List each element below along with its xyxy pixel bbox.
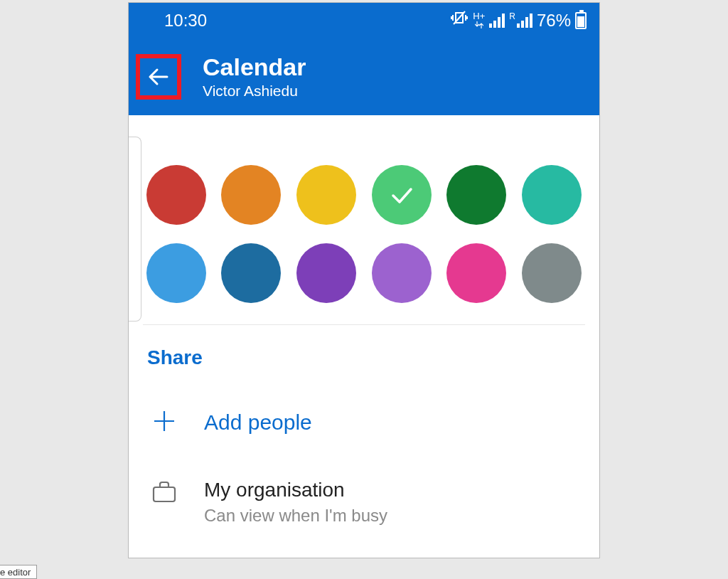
color-swatch-green[interactable] bbox=[446, 165, 506, 225]
my-organisation-row[interactable]: My organisation Can view when I'm busy bbox=[143, 479, 585, 526]
battery-percent: 76% bbox=[537, 11, 571, 31]
arrow-left-icon bbox=[144, 63, 173, 91]
color-swatch-light-green[interactable] bbox=[372, 165, 432, 225]
color-swatch-orange[interactable] bbox=[221, 165, 281, 225]
color-swatch-blue[interactable] bbox=[221, 243, 281, 303]
app-bar: Calendar Victor Ashiedu bbox=[129, 38, 599, 115]
signal-bars-2 bbox=[517, 14, 532, 28]
color-swatch-grey[interactable] bbox=[522, 243, 582, 303]
svg-rect-1 bbox=[154, 487, 175, 501]
data-indicator: H+ bbox=[473, 11, 485, 30]
color-swatch-teal[interactable] bbox=[522, 165, 582, 225]
color-swatch-red[interactable] bbox=[146, 165, 206, 225]
app-title-block: Calendar Victor Ashiedu bbox=[203, 54, 306, 99]
color-swatch-purple[interactable] bbox=[296, 243, 356, 303]
signal-bars-1 bbox=[489, 14, 505, 28]
color-swatch-violet[interactable] bbox=[372, 243, 432, 303]
content-area: Share Add people bbox=[129, 165, 599, 526]
briefcase-icon bbox=[151, 481, 177, 506]
phone-frame: 10:30 H+ R 76% bbox=[128, 2, 600, 558]
page-title: Calendar bbox=[203, 54, 306, 80]
share-heading: Share bbox=[147, 346, 585, 369]
status-bar: 10:30 H+ R 76% bbox=[129, 3, 599, 38]
check-icon bbox=[386, 179, 417, 211]
status-time: 10:30 bbox=[164, 11, 207, 31]
color-grid bbox=[143, 165, 585, 303]
roaming-indicator: R bbox=[509, 11, 515, 21]
editor-tab[interactable]: e editor bbox=[0, 565, 37, 579]
color-picker-section bbox=[143, 165, 585, 325]
vibrate-icon bbox=[450, 10, 469, 31]
add-people-label: Add people bbox=[204, 410, 312, 434]
status-icons: H+ R 76% bbox=[450, 10, 587, 31]
battery-icon bbox=[575, 12, 587, 29]
org-title: My organisation bbox=[204, 479, 387, 501]
page-subtitle: Victor Ashiedu bbox=[203, 83, 306, 100]
panel-edge bbox=[128, 137, 141, 322]
color-swatch-pink[interactable] bbox=[446, 243, 506, 303]
plus-icon bbox=[152, 409, 176, 436]
back-button[interactable] bbox=[136, 54, 181, 100]
color-swatch-yellow[interactable] bbox=[296, 165, 356, 225]
add-people-row[interactable]: Add people bbox=[143, 409, 585, 436]
org-subtitle: Can view when I'm busy bbox=[204, 506, 387, 526]
color-swatch-light-blue[interactable] bbox=[146, 243, 206, 303]
